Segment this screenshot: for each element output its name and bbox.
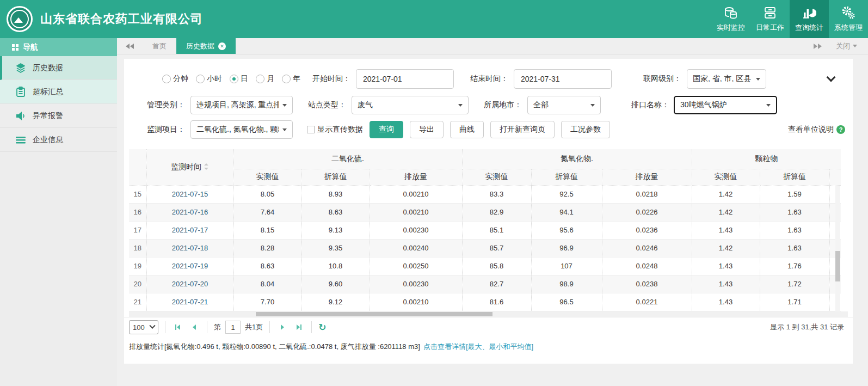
chart-pie-icon: [802, 6, 816, 20]
grid-icon: [12, 44, 19, 51]
sort-icon: [204, 163, 209, 172]
manage-category-select[interactable]: 违规项目, 高架源, 重点排: [190, 96, 293, 114]
table-row: 21 2021-07-21 7.70 9.12 0.00210 81.6 96.…: [129, 293, 841, 311]
curve-button[interactable]: 曲线: [450, 121, 484, 138]
sidebar-title: 导航: [0, 38, 117, 56]
subheader: 折算值: [531, 169, 602, 185]
refresh-icon[interactable]: ↻: [318, 322, 326, 333]
date-link[interactable]: 2021-07-21: [146, 293, 233, 311]
period-radio-minute[interactable]: 分钟: [162, 74, 188, 84]
date-link[interactable]: 2021-07-17: [146, 221, 233, 239]
condition-params-button[interactable]: 工况参数: [561, 121, 610, 138]
caret-down-icon: [458, 104, 463, 107]
open-new-query-button[interactable]: 打开新查询页: [490, 121, 555, 138]
database-icon: [724, 6, 738, 20]
subheader: 实测值: [233, 169, 301, 185]
caret-down-icon: [282, 104, 287, 107]
history-data-panel: 分钟 小时 日: [124, 59, 853, 364]
page-size-select[interactable]: 100: [129, 320, 158, 334]
group-header-nox: 氮氧化物.: [462, 149, 692, 169]
radio-icon: [162, 75, 171, 83]
table-row: 18 2021-07-18 8.28 9.35 0.00240 85.7 96.…: [129, 239, 841, 257]
chevron-down-icon: [149, 323, 155, 329]
caret-down-icon: [282, 128, 287, 131]
row-number-header: [129, 149, 146, 185]
tabs-scroll-right-icon[interactable]: [814, 44, 822, 49]
first-page-button[interactable]: [172, 321, 184, 333]
close-tabs-menu[interactable]: 关闭: [836, 41, 857, 51]
group-header-so2: 二氧化硫.: [233, 149, 462, 169]
period-radio-day[interactable]: 日: [230, 74, 248, 84]
table-horizontal-scrollbar[interactable]: [129, 311, 848, 317]
table-row: 20 2021-07-20 8.04 9.60 0.00230 82.7 98.…: [129, 275, 841, 293]
emission-stats-bar: 排放量统计[氮氧化物:0.496 t, 颗粒物:0.00890 t, 二氧化硫.…: [124, 338, 853, 352]
scrollbar-thumb[interactable]: [835, 251, 840, 281]
prev-page-button[interactable]: [188, 321, 200, 333]
date-link[interactable]: 2021-07-18: [146, 239, 233, 257]
module-daily-work[interactable]: 日常工作: [750, 0, 790, 38]
next-page-button[interactable]: [276, 321, 288, 333]
module-realtime-monitoring[interactable]: 实时监控: [711, 0, 750, 38]
module-label: 日常工作: [756, 23, 784, 33]
outlet-name-label: 排口名称：: [631, 100, 669, 110]
end-time-input[interactable]: [514, 69, 612, 89]
monitor-items-label: 监测项目：: [147, 125, 185, 134]
module-nav: 实时监控 日常工作 查询统计: [711, 0, 868, 38]
sidebar-item-label: 历史数据: [33, 63, 63, 73]
collapse-filter-icon[interactable]: [828, 77, 834, 81]
date-link[interactable]: 2021-07-16: [146, 203, 233, 221]
clipboard-icon: [15, 87, 26, 97]
subheader: 折算值: [301, 169, 370, 185]
outlet-name-select[interactable]: 30吨燃气锅炉: [674, 96, 777, 114]
caret-down-icon: [590, 104, 595, 107]
period-radio-hour[interactable]: 小时: [196, 74, 222, 84]
unit-note-link[interactable]: 查看单位说明 ?: [788, 125, 845, 134]
table-vertical-scrollbar[interactable]: [835, 186, 840, 311]
export-button[interactable]: 导出: [410, 121, 444, 138]
tab-home[interactable]: 首页: [143, 38, 176, 54]
date-link[interactable]: 2021-07-20: [146, 275, 233, 293]
tabs-scroll-left-icon[interactable]: [117, 38, 143, 54]
period-radio-month[interactable]: 月: [256, 74, 274, 84]
pagination-bar: 100 第 共1页: [124, 317, 853, 338]
data-table: 监测时间 二氧化硫. 氮氧化物. 颗粒物 实测值 折算值 排放量: [129, 149, 848, 311]
sidebar-item-enterprise-info[interactable]: 企业信息: [0, 128, 117, 152]
monitor-items-select[interactable]: 二氧化硫., 氮氧化物., 颗粒: [190, 120, 293, 139]
subheader: 实测值: [462, 169, 531, 185]
emission-stats-text: 排放量统计[氮氧化物:0.496 t, 颗粒物:0.00890 t, 二氧化硫.…: [129, 342, 420, 352]
radio-icon: [256, 75, 264, 83]
date-link[interactable]: 2021-07-15: [146, 185, 233, 203]
sidebar-item-label: 企业信息: [33, 135, 63, 145]
city-label: 所属地市：: [484, 100, 522, 110]
time-column-header[interactable]: 监测时间: [146, 149, 233, 185]
caret-down-icon: [756, 78, 760, 81]
city-select[interactable]: 全部: [527, 96, 601, 114]
sidebar-item-history-data[interactable]: 历史数据: [0, 56, 117, 80]
gears-icon: [841, 6, 855, 20]
module-label: 实时监控: [717, 23, 745, 33]
company-logo-icon: [7, 6, 33, 32]
sidebar-item-exceedance-summary[interactable]: 超标汇总: [0, 80, 117, 104]
page-number-input[interactable]: [225, 321, 241, 334]
checkbox-icon: [307, 126, 315, 133]
view-details-link[interactable]: 点击查看详情[最大、最小和平均值]: [423, 342, 533, 352]
last-page-button[interactable]: [293, 321, 305, 333]
start-time-input[interactable]: [356, 69, 454, 89]
date-link[interactable]: 2021-07-19: [146, 257, 233, 275]
layers-icon: [15, 63, 26, 73]
module-system-management[interactable]: 系统管理: [829, 0, 868, 38]
station-type-label: 站点类型：: [308, 100, 346, 110]
caret-down-icon: [766, 104, 771, 107]
module-query-statistics[interactable]: 查询统计: [790, 0, 829, 38]
tab-close-icon[interactable]: ✕: [218, 42, 226, 50]
scrollbar-thumb[interactable]: [256, 312, 493, 316]
manage-category-label: 管理类别：: [147, 100, 185, 110]
direct-data-checkbox[interactable]: 显示直传数据: [307, 125, 363, 134]
start-time-label: 开始时间：: [312, 74, 350, 84]
query-button[interactable]: 查询: [370, 121, 403, 138]
station-type-select[interactable]: 废气: [352, 96, 469, 114]
tab-history-data[interactable]: 历史数据 ✕: [176, 38, 236, 54]
period-radio-year[interactable]: 年: [282, 74, 300, 84]
network-level-select[interactable]: 国家, 省, 市, 区县: [687, 69, 766, 89]
sidebar-item-abnormal-alarm[interactable]: 异常报警: [0, 104, 117, 128]
